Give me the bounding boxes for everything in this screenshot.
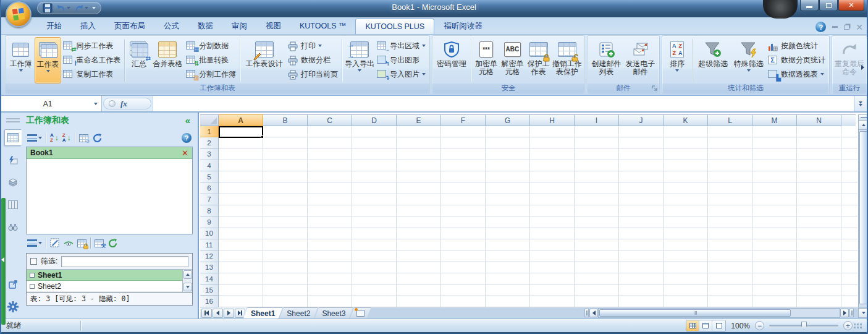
special-filter-button[interactable]: 特殊筛选 [731,37,766,84]
row-header[interactable]: 2 [200,137,219,148]
scroll-up-button[interactable] [183,270,192,279]
scroll-right-button[interactable] [840,309,849,317]
create-mailing-list-button[interactable]: 创建邮件列表 [589,37,623,84]
sheet-tools-button[interactable]: ⚒ [95,239,104,247]
sort-az-button[interactable]: AZ↓ [50,133,59,143]
column-header[interactable]: N [797,114,841,126]
row-header[interactable]: 7 [200,194,219,205]
columns-tab[interactable] [4,196,22,213]
ribbon-tab[interactable]: 审阅 [222,19,256,34]
paging-subtotals-button[interactable]: Σ数据分页统计 [766,54,827,66]
ribbon-tab[interactable]: KUTOOLS PLUS [355,19,434,34]
scroll-down-button[interactable] [183,283,192,291]
column-header[interactable]: B [263,114,308,126]
zoom-slider[interactable] [769,325,838,327]
zoom-level[interactable]: 100% [731,322,750,330]
scroll-track[interactable] [598,308,840,318]
unprotect-sheet-button[interactable]: 撤销工作表保护 [552,37,583,84]
import-pictures-button[interactable]: ↴导入图片 [375,68,428,80]
pane-help-button[interactable]: ? [182,133,192,143]
row-header[interactable]: 6 [200,182,219,194]
ribbon-tab[interactable]: 插入 [71,19,105,34]
ribbon-expand-button[interactable] [859,61,866,74]
print-button[interactable]: 打印 [286,40,340,52]
maximize-button[interactable] [819,0,838,11]
insert-worksheet-tab[interactable] [350,307,371,319]
split-data-button[interactable]: ▦分割数据 [184,40,238,52]
row-header[interactable]: 10 [200,228,219,239]
workbook-menu-button[interactable] [27,134,42,142]
ribbon-tab[interactable]: 页面布局 [105,19,154,34]
dialog-launcher-icon[interactable] [652,85,657,91]
combine-tables-button[interactable]: 合并表格 [151,37,184,84]
sync-sheets-button[interactable]: ⇄同步工作表 [61,40,122,52]
row-header[interactable]: 16 [200,296,219,307]
pivot-table-button[interactable]: ▙数据透视表 [766,68,827,80]
pane-settings-button[interactable] [4,298,22,315]
sheet-tab[interactable]: Sheet1 [243,307,282,319]
column-header[interactable]: I [575,114,619,126]
row-header[interactable]: 8 [200,205,219,216]
column-header[interactable]: L [708,114,752,126]
rename-sheets-button[interactable]: I重命名工作表 [61,54,122,66]
page-break-view-button[interactable] [712,320,725,331]
resize-grip[interactable] [860,323,862,328]
sheet-checkbox[interactable] [30,273,35,278]
formula-input[interactable] [153,96,854,111]
active-cell[interactable] [219,126,263,138]
zoom-slider-thumb[interactable] [801,322,807,330]
select-all-corner[interactable] [200,114,219,126]
normal-view-button[interactable] [686,320,699,331]
collapse-pane-button[interactable]: « [185,115,190,126]
column-header[interactable]: K [664,114,708,126]
sheet-checkbox[interactable] [30,284,35,289]
zoom-in-button[interactable]: + [843,321,853,330]
fill-handle[interactable] [261,135,264,139]
pane-float-button[interactable] [4,276,22,293]
sort-button[interactable]: AZZA 排序 [664,37,690,84]
workbook-close-button[interactable]: ✕ [856,23,863,32]
export-graphics-button[interactable]: ↰导出图形 [375,54,428,66]
sheet-menu-button[interactable] [27,239,42,247]
column-header[interactable]: D [352,114,397,126]
print-current-page-button[interactable]: 打印当前页 [286,68,340,80]
row-header[interactable]: 15 [200,285,219,296]
office-button[interactable] [6,1,32,27]
row-header[interactable]: 11 [200,239,219,250]
sheet-design-button[interactable]: 工作表设计 [242,37,286,84]
next-sheet-button[interactable] [224,309,234,318]
last-sheet-button[interactable] [235,309,245,318]
split-handle[interactable] [584,309,589,317]
scroll-up-button[interactable] [859,121,868,130]
sheet-preview-button[interactable] [64,238,74,248]
split-handle[interactable] [849,309,854,317]
page-layout-view-button[interactable] [699,320,712,331]
first-sheet-button[interactable] [201,309,212,318]
name-box[interactable]: A1 [1,96,102,111]
split-handle[interactable] [859,115,868,121]
scroll-left-button[interactable] [589,309,598,317]
insert-function-button[interactable]: fx [103,98,151,109]
column-header[interactable]: M [752,114,797,126]
close-button[interactable]: ✕ [838,0,864,11]
count-by-color-button[interactable]: 按颜色统计 [766,40,827,52]
column-header[interactable]: H [530,114,575,126]
worksheets-tab[interactable] [4,174,22,191]
drag-handle[interactable] [6,118,20,122]
help-button[interactable]: ? [815,22,826,32]
ribbon-tab[interactable]: 福昕阅读器 [434,19,492,34]
cells-area[interactable] [219,126,857,307]
ribbon-tab[interactable]: 公式 [154,19,188,34]
sheet-protect-button[interactable] [77,239,86,247]
split-workbook-button[interactable]: ▥分割工作簿 [184,68,238,80]
column-header[interactable]: G [486,114,530,126]
send-emails-button[interactable]: 发送电子邮件 [623,37,657,84]
copy-sheets-button[interactable]: 复制工作表 [61,68,122,80]
refresh-button[interactable] [92,133,103,143]
column-header[interactable]: J [619,114,664,126]
protect-sheet-button[interactable]: 保护工作表 [526,37,552,84]
super-filter-button[interactable]: 超级筛选 [694,37,731,84]
sheet-new-button[interactable] [50,238,60,248]
sheet-tab[interactable]: Sheet2 [279,307,318,319]
ribbon-tab[interactable]: 开始 [37,19,71,34]
